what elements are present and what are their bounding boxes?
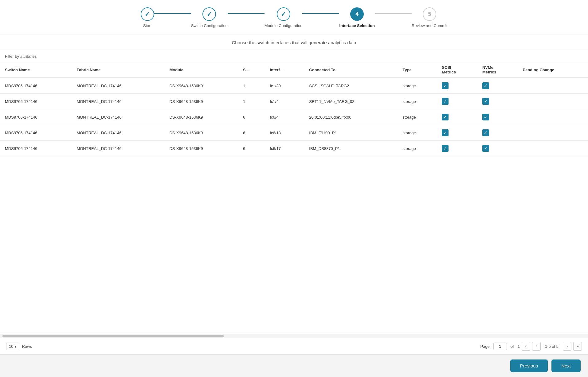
step-label-module: Module Configuration — [265, 23, 303, 28]
cell-module: DS-X9648-1536K9 — [164, 125, 238, 141]
cell-switch-name: MDS9706-174146 — [0, 109, 72, 125]
first-page-button[interactable]: « — [522, 342, 530, 351]
cell-interface: fc1/30 — [265, 78, 304, 94]
step-module-config: ✓ Module Configuration — [265, 7, 303, 28]
page-range: 1-5 of 5 — [545, 344, 559, 349]
cell-interface: fc6/4 — [265, 109, 304, 125]
scsi-checkbox[interactable]: ✓ — [442, 145, 449, 152]
nvme-checkbox[interactable]: ✓ — [482, 98, 489, 105]
horizontal-scrollbar[interactable] — [0, 334, 588, 338]
cell-pending-change — [518, 94, 588, 109]
step-circle-start: ✓ — [141, 7, 154, 21]
table-wrapper: Switch Name Fabric Name Module S... Inte… — [0, 62, 588, 334]
cell-switch-name: MDS9706-174146 — [0, 125, 72, 141]
cell-connected-to: SCSI_SCALE_TARG2 — [304, 78, 398, 94]
rows-per-page-section: 10 ▾ Rows — [6, 343, 32, 350]
step-circle-switch: ✓ — [202, 7, 216, 21]
scsi-checkbox[interactable]: ✓ — [442, 82, 449, 89]
connector-1 — [154, 13, 191, 14]
step-number-interface: 4 — [355, 11, 359, 18]
cell-switch-name: MDS9706-174146 — [0, 78, 72, 94]
cell-switch-name: MDS9706-174146 — [0, 141, 72, 156]
cell-nvme-metrics[interactable]: ✓ — [477, 109, 518, 125]
last-page-icon: » — [577, 344, 579, 348]
cell-nvme-metrics[interactable]: ✓ — [477, 141, 518, 156]
cell-type: storage — [398, 141, 437, 156]
cell-type: storage — [398, 109, 437, 125]
chevron-down-icon: ▾ — [14, 344, 17, 349]
connector-3 — [302, 13, 339, 14]
table-row: MDS9706-174146MONTREAL_DC-174146DS-X9648… — [0, 141, 588, 156]
cell-module: DS-X9648-1536K9 — [164, 141, 238, 156]
cell-fabric-name: MONTREAL_DC-174146 — [72, 125, 164, 141]
cell-slot: 1 — [238, 94, 265, 109]
cell-fabric-name: MONTREAL_DC-174146 — [72, 109, 164, 125]
prev-page-button[interactable]: ‹ — [532, 342, 541, 351]
cell-scsi-metrics[interactable]: ✓ — [437, 141, 477, 156]
col-connected-to[interactable]: Connected To — [304, 62, 398, 78]
col-module[interactable]: Module — [164, 62, 238, 78]
page-number-input[interactable] — [493, 343, 507, 350]
col-interface[interactable]: Interf... — [265, 62, 304, 78]
step-switch-config: ✓ Switch Configuration — [191, 7, 228, 28]
step-review-commit: 5 Review and Commit — [412, 7, 447, 28]
stepper-container: ✓ Start ✓ Switch Configuration ✓ Module … — [0, 0, 588, 34]
cell-scsi-metrics[interactable]: ✓ — [437, 109, 477, 125]
cell-connected-to: IBM_DS8870_P1 — [304, 141, 398, 156]
col-scsi-metrics[interactable]: SCSIMetrics — [437, 62, 477, 78]
col-nvme-metrics[interactable]: NVMeMetrics — [477, 62, 518, 78]
cell-scsi-metrics[interactable]: ✓ — [437, 125, 477, 141]
nvme-checkbox[interactable]: ✓ — [482, 129, 489, 136]
step-label-switch: Switch Configuration — [191, 23, 228, 28]
cell-connected-to: 20:01:00:11:0d:e5:fb:00 — [304, 109, 398, 125]
cell-nvme-metrics[interactable]: ✓ — [477, 78, 518, 94]
rows-per-page-select[interactable]: 10 ▾ — [6, 343, 19, 350]
cell-scsi-metrics[interactable]: ✓ — [437, 94, 477, 109]
cell-nvme-metrics[interactable]: ✓ — [477, 94, 518, 109]
subtitle-text: Choose the switch interfaces that will g… — [232, 40, 356, 45]
scsi-checkbox[interactable]: ✓ — [442, 98, 449, 105]
col-switch-name[interactable]: Switch Name — [0, 62, 72, 78]
filter-bar[interactable]: Filter by attributes — [0, 51, 588, 62]
cell-nvme-metrics[interactable]: ✓ — [477, 125, 518, 141]
col-fabric-name[interactable]: Fabric Name — [72, 62, 164, 78]
nvme-checkbox[interactable]: ✓ — [482, 145, 489, 152]
last-page-button[interactable]: » — [573, 342, 582, 351]
cell-scsi-metrics[interactable]: ✓ — [437, 78, 477, 94]
col-type[interactable]: Type — [398, 62, 437, 78]
connector-4 — [375, 13, 412, 14]
scrollbar-thumb — [2, 335, 224, 337]
cell-fabric-name: MONTREAL_DC-174146 — [72, 94, 164, 109]
step-label-interface: Interface Selection — [339, 23, 375, 28]
checkmark-icon-3: ✓ — [281, 10, 286, 18]
rows-label: Rows — [22, 344, 32, 349]
cell-type: storage — [398, 78, 437, 94]
scsi-checkbox[interactable]: ✓ — [442, 129, 449, 136]
previous-button[interactable]: Previous — [510, 359, 548, 372]
step-label-review: Review and Commit — [412, 23, 447, 28]
next-page-button[interactable]: › — [563, 342, 571, 351]
step-circle-module: ✓ — [277, 7, 290, 21]
cell-module: DS-X9648-1536K9 — [164, 94, 238, 109]
subtitle-bar: Choose the switch interfaces that will g… — [0, 34, 588, 51]
col-slot[interactable]: S... — [238, 62, 265, 78]
next-button[interactable]: Next — [551, 359, 581, 372]
stepper: ✓ Start ✓ Switch Configuration ✓ Module … — [141, 7, 448, 28]
scsi-checkbox[interactable]: ✓ — [442, 114, 449, 120]
cell-pending-change — [518, 125, 588, 141]
table-header-row: Switch Name Fabric Name Module S... Inte… — [0, 62, 588, 78]
cell-fabric-name: MONTREAL_DC-174146 — [72, 78, 164, 94]
first-page-icon: « — [525, 344, 527, 348]
data-table: Switch Name Fabric Name Module S... Inte… — [0, 62, 588, 156]
cell-module: DS-X9648-1536K9 — [164, 109, 238, 125]
cell-slot: 6 — [238, 109, 265, 125]
nvme-checkbox[interactable]: ✓ — [482, 114, 489, 120]
nvme-checkbox[interactable]: ✓ — [482, 82, 489, 89]
cell-switch-name: MDS9706-174146 — [0, 94, 72, 109]
col-pending-change[interactable]: Pending Change — [518, 62, 588, 78]
cell-pending-change — [518, 109, 588, 125]
cell-pending-change — [518, 141, 588, 156]
cell-interface: fc6/17 — [265, 141, 304, 156]
cell-interface: fc1/4 — [265, 94, 304, 109]
table-row: MDS9706-174146MONTREAL_DC-174146DS-X9648… — [0, 94, 588, 109]
